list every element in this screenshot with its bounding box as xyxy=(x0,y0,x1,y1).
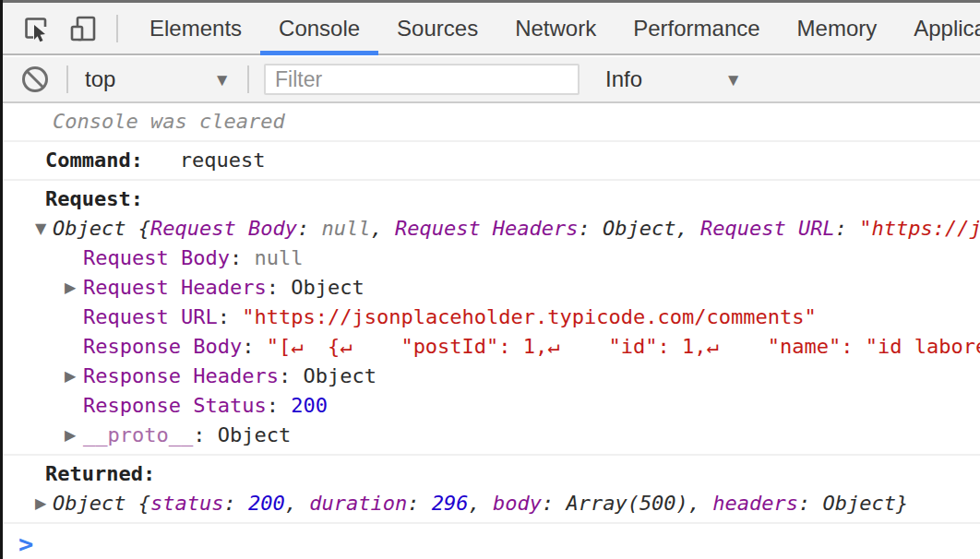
expand-arrow-icon[interactable]: ▶ xyxy=(35,489,46,518)
command-entry: Command: request xyxy=(0,142,980,181)
console-line: Returned: xyxy=(0,459,980,489)
selected-tab-underline xyxy=(260,51,378,55)
console-text-segment: : xyxy=(279,364,304,387)
tab-strip: ElementsConsoleSourcesNetworkPerformance… xyxy=(131,3,980,54)
console-text-segment: request xyxy=(143,149,265,172)
tab-label: Memory xyxy=(797,16,878,42)
tab-console[interactable]: Console xyxy=(260,3,378,54)
console-text-segment: Object xyxy=(603,217,675,240)
console-text-segment: Array(500) xyxy=(566,492,687,515)
console-entries: Console was clearedCommand: requestReque… xyxy=(0,103,980,524)
console-text-segment: status xyxy=(150,492,223,515)
console-prompt[interactable]: > xyxy=(0,524,980,559)
expand-arrow-icon[interactable]: ▶ xyxy=(65,362,76,391)
tab-memory[interactable]: Memory xyxy=(779,3,896,54)
console-text-segment: : xyxy=(835,217,860,240)
console-text-segment: : xyxy=(267,276,292,299)
console-text-segment: Object xyxy=(218,423,291,446)
console-text-segment: : xyxy=(542,492,567,515)
console-line: Request Body: null xyxy=(0,244,980,273)
console-cleared-message: Console was cleared xyxy=(0,103,980,142)
console-text-segment: : xyxy=(218,305,243,328)
inspect-element-icon[interactable] xyxy=(22,15,50,42)
console-output: Console was clearedCommand: requestReque… xyxy=(0,103,980,559)
filter-input[interactable] xyxy=(264,64,580,95)
console-text-segment: : xyxy=(242,335,267,358)
window-top-edge xyxy=(0,0,980,3)
request-entry: Request:▼Object {Request Body: null, Req… xyxy=(0,181,980,456)
tab-elements[interactable]: Elements xyxy=(131,3,260,54)
console-text-segment: 200 xyxy=(248,492,285,515)
console-text-segment: : xyxy=(297,217,322,240)
console-text-segment: duration xyxy=(309,492,407,515)
console-line: Request URL: "https://jsonplaceholder.ty… xyxy=(0,303,980,332)
console-text-segment: headers xyxy=(712,492,798,515)
console-text-segment: Response Body xyxy=(83,335,242,358)
toolbar-separator xyxy=(247,65,249,93)
console-text-segment: Request URL xyxy=(83,305,218,328)
console-line: ▼Object {Request Body: null, Request Hea… xyxy=(0,214,980,244)
console-text-segment: : xyxy=(193,423,218,446)
execution-context-dropdown[interactable]: top ▼ xyxy=(85,66,231,92)
console-line: Request: xyxy=(0,184,980,214)
console-text-segment: : xyxy=(579,217,604,240)
tab-label: Console xyxy=(279,16,360,42)
console-text-segment: Object} xyxy=(823,492,909,515)
console-text-segment: : xyxy=(267,394,292,417)
console-text-segment: : xyxy=(407,492,432,515)
console-text-segment: 296 xyxy=(432,492,469,515)
console-text-segment: : xyxy=(230,246,255,269)
chevron-down-icon: ▼ xyxy=(213,71,231,89)
tab-label: Elements xyxy=(149,16,242,42)
expand-arrow-icon[interactable]: ▶ xyxy=(65,273,76,303)
console-text-segment: __proto__ xyxy=(83,423,193,446)
console-line: ▶__proto__: Object xyxy=(0,421,980,450)
console-line: ▶Request Headers: Object xyxy=(0,273,980,303)
console-text-segment: Returned: xyxy=(45,462,155,485)
chevron-down-icon: ▼ xyxy=(724,71,742,89)
tab-label: Applica xyxy=(914,16,980,42)
console-text-segment: Response Headers xyxy=(83,364,279,387)
console-toolbar: top ▼ Info ▼ xyxy=(0,57,980,103)
console-text-segment: , xyxy=(285,492,310,515)
clear-console-icon[interactable] xyxy=(20,65,50,94)
console-text-segment: Command: xyxy=(45,149,143,172)
console-text-segment: , xyxy=(676,217,701,240)
log-level-label: Info xyxy=(605,66,642,92)
console-line: ▶Response Headers: Object xyxy=(0,362,980,391)
console-text-segment: Console was cleared xyxy=(53,110,285,133)
log-level-dropdown[interactable]: Info ▼ xyxy=(605,66,742,92)
console-text-segment: Request Headers xyxy=(83,276,267,299)
console-line: Response Status: 200 xyxy=(0,391,980,421)
console-text-segment: "https://jsonplaceholder.typicode.com/co… xyxy=(859,217,980,240)
tab-network[interactable]: Network xyxy=(496,3,615,54)
prompt-chevron-icon: > xyxy=(18,529,33,559)
console-text-segment: Request Body xyxy=(150,217,297,240)
console-text-segment: null xyxy=(254,246,303,269)
returned-entry: Returned:▶Object {status: 200, duration:… xyxy=(0,456,980,524)
console-text-segment: Response Status xyxy=(83,394,267,417)
console-text-segment: : xyxy=(223,492,248,515)
tab-applica[interactable]: Applica xyxy=(895,3,980,54)
toolbar-separator xyxy=(66,65,68,93)
tab-sources[interactable]: Sources xyxy=(378,3,496,54)
expand-arrow-icon[interactable]: ▶ xyxy=(65,421,76,450)
console-text-segment: Request Body xyxy=(83,246,230,269)
console-text-segment: "https://jsonplaceholder.typicode.com/co… xyxy=(242,305,817,328)
console-text-segment: : xyxy=(798,492,823,515)
console-text-segment: , xyxy=(688,492,713,515)
toolbar-separator xyxy=(116,15,118,42)
console-line: Response Body: "[↵ {↵ "postId": 1,↵ "id"… xyxy=(0,332,980,362)
collapse-arrow-icon[interactable]: ▼ xyxy=(35,214,46,244)
devtools-tab-bar: ElementsConsoleSourcesNetworkPerformance… xyxy=(0,3,980,55)
execution-context-label: top xyxy=(85,66,115,92)
device-toolbar-icon[interactable] xyxy=(68,14,98,43)
tab-performance[interactable]: Performance xyxy=(615,3,778,54)
console-text-segment: null xyxy=(321,217,370,240)
console-text-segment: Request Headers xyxy=(395,217,579,240)
devtools-window: ElementsConsoleSourcesNetworkPerformance… xyxy=(0,0,980,559)
console-text-segment: 200 xyxy=(291,394,328,417)
console-text-segment: "[↵ {↵ "postId": 1,↵ "id": 1,↵ "name": "… xyxy=(267,335,980,358)
tab-label: Network xyxy=(515,16,596,42)
tab-label: Sources xyxy=(397,16,478,42)
